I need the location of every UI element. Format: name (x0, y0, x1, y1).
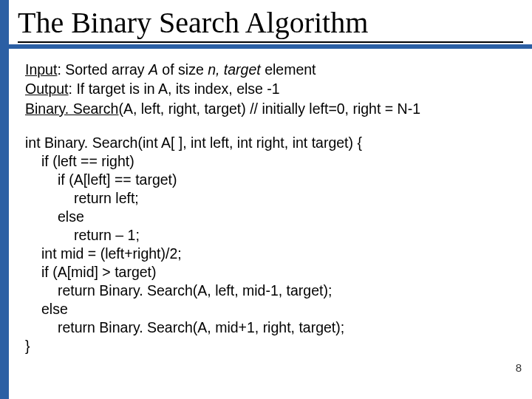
input-text-1: : Sorted array (57, 61, 149, 78)
output-label: Output (25, 81, 69, 97)
code-line: if (A[left] == target) (25, 171, 514, 189)
code-line: return – 1; (25, 226, 514, 245)
input-label: Input (25, 61, 57, 78)
code-line: else (25, 300, 514, 318)
code-line: if (A[mid] > target) (25, 263, 514, 282)
input-line: Input: Sorted array A of size n, target … (25, 61, 514, 78)
code-line: int Binary. Search(int A[ ], int left, i… (25, 134, 514, 152)
code-line: else (25, 208, 514, 226)
call-text: (A, left, right, target) // initially le… (118, 100, 420, 117)
title-block: The Binary Search Algorithm (18, 7, 523, 49)
input-n: n, target (208, 61, 265, 78)
call-label: Binary. Search (25, 100, 118, 117)
call-line: Binary. Search(A, left, right, target) /… (25, 100, 514, 117)
code-block: int Binary. Search(int A[ ], int left, i… (25, 134, 514, 355)
code-line: if (left == right) (25, 152, 514, 171)
code-line: return left; (25, 189, 514, 208)
spacer (25, 119, 514, 129)
slide: The Binary Search Algorithm Input: Sorte… (0, 0, 532, 399)
code-line: return Binary. Search(A, mid+1, right, t… (25, 318, 514, 337)
input-A: A (149, 61, 158, 78)
code-line: } (25, 337, 514, 355)
title-accent-bar (9, 44, 532, 49)
title-underline (18, 41, 523, 43)
slide-content: Input: Sorted array A of size n, target … (25, 61, 514, 355)
left-accent-bar (0, 0, 9, 399)
input-text-2: of size (158, 61, 208, 78)
code-line: return Binary. Search(A, left, mid-1, ta… (25, 282, 514, 300)
slide-title: The Binary Search Algorithm (18, 7, 523, 38)
input-text-3: element (265, 61, 316, 78)
page-number: 8 (516, 361, 522, 374)
code-line: int mid = (left+right)/2; (25, 245, 514, 263)
output-line: Output: If target is in A, its index, el… (25, 80, 514, 98)
output-text: : If target is in A, its index, else -1 (69, 81, 280, 97)
